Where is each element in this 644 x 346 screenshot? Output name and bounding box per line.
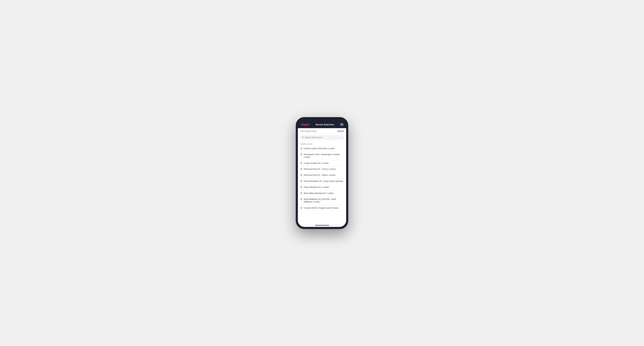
course-list-item[interactable]: Richmond Park GC - Prince's, Surrey <box>298 166 346 172</box>
course-name: Royal Wimbledon GC, Great London Authori… <box>304 180 343 182</box>
hamburger-line-1 <box>340 123 343 124</box>
course-name: Central London Golf Centre, London <box>304 147 335 150</box>
course-list-item[interactable]: Brent Valley Municipal GC, London <box>298 190 346 196</box>
course-name: Coombe Hill GC, Kingston upon Thames <box>304 207 339 209</box>
phone-frame: clippd Recent Searches Find a Golf Cours… <box>296 117 348 229</box>
location-pin-icon <box>300 147 302 150</box>
location-pin-icon <box>300 198 302 200</box>
hamburger-line-3 <box>340 125 343 126</box>
location-pin-icon <box>300 168 302 171</box>
course-name: Roehampton Club - Roehampton, Greater Lo… <box>304 153 344 159</box>
search-box <box>300 135 344 140</box>
course-list-item[interactable]: Royal Wimbledon GC, Great London Authori… <box>298 178 346 184</box>
course-list-item[interactable]: Coombe Hill GC, Kingston upon Thames <box>298 205 346 211</box>
location-pin-icon <box>300 153 302 156</box>
course-list-item[interactable]: Dukes Meadows GC, London <box>298 184 346 190</box>
phone-screen: clippd Recent Searches Find a Golf Cours… <box>298 119 346 227</box>
course-name: London Scottish GC, London <box>304 162 328 165</box>
search-icon <box>302 136 304 139</box>
content-area: Find a Golf Course Cancel Nearby <box>298 128 346 224</box>
location-pin-icon <box>300 186 302 188</box>
courses-list: Central London Golf Centre, London Roeha… <box>298 146 346 211</box>
course-name: Richmond Park GC - Duke's, London <box>304 174 336 176</box>
course-name: Richmond Park GC - Prince's, Surrey <box>304 168 336 171</box>
course-list-item[interactable]: North Middlesex GC (1011942 - North Midd… <box>298 196 346 205</box>
search-input[interactable] <box>305 136 342 139</box>
svg-point-0 <box>302 137 304 138</box>
location-pin-icon <box>300 180 302 182</box>
course-list-item[interactable]: Richmond Park GC - Duke's, London <box>298 172 346 178</box>
nearby-section-label: Nearby courses <box>298 142 346 146</box>
find-header: Find a Golf Course Cancel <box>298 128 346 134</box>
course-name: North Middlesex GC (1011942 - North Midd… <box>304 198 344 203</box>
course-list-item[interactable]: Roehampton Club - Roehampton, Greater Lo… <box>298 152 346 160</box>
hamburger-menu-icon[interactable] <box>340 123 343 126</box>
search-container <box>298 134 346 142</box>
location-pin-icon <box>300 174 302 176</box>
nav-header: clippd Recent Searches <box>298 121 346 128</box>
course-name: Dukes Meadows GC, London <box>304 186 329 188</box>
find-label: Find a Golf Course <box>300 130 316 132</box>
location-pin-icon <box>300 207 302 209</box>
status-bar <box>298 119 346 121</box>
nav-title: Recent Searches <box>316 123 334 126</box>
svg-line-1 <box>304 138 304 138</box>
hamburger-line-2 <box>340 124 343 125</box>
nearby-courses-section: Nearby courses Central London Golf Centr… <box>298 142 346 224</box>
cancel-button[interactable]: Cancel <box>337 130 344 132</box>
location-pin-icon <box>300 162 302 165</box>
home-indicator <box>298 224 346 227</box>
course-list-item[interactable]: London Scottish GC, London <box>298 160 346 166</box>
app-logo: clippd <box>301 123 310 126</box>
location-pin-icon <box>300 192 302 194</box>
course-list-item[interactable]: Central London Golf Centre, London <box>298 146 346 152</box>
course-name: Brent Valley Municipal GC, London <box>304 192 334 194</box>
home-bar <box>315 225 329 225</box>
